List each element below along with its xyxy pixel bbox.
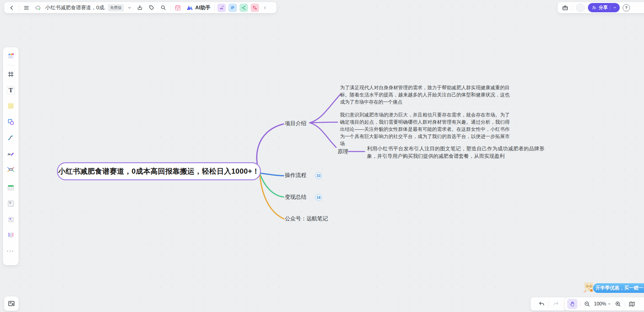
collapse-toolbar-button[interactable] (262, 3, 268, 12)
share-chevron-down-icon (613, 6, 617, 10)
more-tools-button[interactable]: ··· (6, 246, 16, 256)
main-menu-button[interactable] (22, 3, 31, 12)
kanban-tool[interactable] (6, 230, 16, 240)
text-tool[interactable]: T (6, 85, 16, 95)
tag-icon (148, 4, 155, 11)
mindmap-icon (7, 165, 15, 174)
branch-curve-intro-paragraph-2 (310, 122, 338, 123)
redo-button[interactable] (551, 299, 560, 308)
document-tool[interactable]: T (6, 199, 16, 209)
frame-tool[interactable] (6, 69, 16, 79)
user-avatar[interactable] (576, 3, 585, 12)
zoom-toolbar: 100% (565, 297, 644, 311)
mindmap-node-public-account[interactable]: 公众号：远航笔记 (285, 215, 328, 222)
calendar-icon (174, 4, 181, 11)
card-icon (7, 215, 15, 224)
search-icon (160, 4, 166, 11)
card-tool[interactable] (6, 214, 16, 225)
zoom-in-button[interactable] (613, 299, 622, 308)
document-icon: T (7, 199, 15, 208)
top-toolbar: 小红书减肥食谱赛道，0成... 免费版 (4, 2, 276, 13)
mindmap-node-principle[interactable]: 原理 (338, 148, 348, 155)
back-button[interactable] (7, 3, 16, 12)
shapes-icon (7, 118, 15, 126)
sticky-note-tool[interactable] (6, 101, 16, 111)
chevron-down-icon (127, 6, 132, 10)
frame-icon (7, 71, 14, 78)
templates-icon (7, 52, 15, 60)
zoom-chevron-down-icon (607, 302, 611, 306)
zoom-level-dropdown[interactable]: 100% (594, 301, 611, 307)
shapes-tool[interactable] (6, 117, 16, 127)
mindmap-text-intro-paragraph-2[interactable]: 我们意识到减肥市场的潜力巨大，并且相信只要存在需求，就会存在市场。为了确定项目的… (340, 111, 510, 147)
kanban-icon (7, 231, 15, 240)
board-pin-icon (7, 300, 15, 308)
help-button[interactable]: ? (623, 4, 630, 11)
chevron-left-icon (263, 6, 267, 10)
mindmap-branch-curves (0, 0, 644, 312)
calendar-button[interactable] (173, 3, 182, 12)
toolbar-divider (19, 5, 19, 11)
toolbox-button[interactable] (561, 3, 570, 12)
branch-curve-project-intro (257, 124, 284, 173)
share-person-icon (592, 5, 597, 10)
download-icon (137, 4, 143, 11)
ai-logo-icon (186, 4, 193, 11)
mindmap-node-operation-flow[interactable]: 操作流程 (285, 172, 306, 178)
toolbar-divider (573, 5, 573, 11)
plan-badge[interactable]: 免费版 (108, 4, 124, 11)
export-button[interactable] (135, 3, 144, 12)
mindmap-text-principle[interactable]: 利用小红书平台发布引人注目的图文笔记，塑造自己作为成功减肥者的品牌形象，并引导用… (367, 145, 544, 160)
collapsed-count-badge-monetization[interactable]: 18 (315, 194, 322, 201)
ai-assistant-button[interactable]: AI助手 (185, 3, 212, 12)
undo-icon (538, 301, 545, 307)
promo-text: 开学季优惠，买一赠一 (595, 285, 643, 291)
text-tool-icon: T (7, 86, 15, 94)
zoom-level-value: 100% (594, 301, 606, 307)
pen-tool[interactable] (6, 149, 16, 159)
zoom-out-button[interactable] (583, 299, 592, 308)
branch-curve-principle (310, 123, 336, 147)
document-title[interactable]: 小红书减肥食谱赛道，0成... (45, 4, 105, 11)
collapsed-count-badge-operation-flow[interactable]: 33 (315, 172, 322, 179)
frame-navigator-button[interactable] (4, 296, 19, 311)
minimap-button[interactable] (628, 299, 637, 308)
table-tool[interactable] (6, 183, 16, 193)
cloud-sync-status (34, 3, 43, 12)
title-menu-button[interactable] (127, 3, 133, 12)
briefcase-icon (562, 4, 568, 11)
promo-mascot-icon (582, 280, 596, 294)
mindmap-root-node[interactable]: 小红书减肥食谱赛道，0成本高回报靠搬运，轻松日入1000+！ (57, 162, 261, 180)
share-button-divider (610, 5, 610, 10)
mindmap-text-intro-paragraph-1[interactable]: 为了满足现代人对自身身材管理的需求，致力于帮助减肥人群实现健康减重的目标。随着生… (340, 84, 510, 106)
back-chevron-icon (9, 5, 15, 11)
hamburger-menu-icon (23, 5, 29, 11)
undo-button[interactable] (537, 299, 546, 308)
svg-text:T: T (9, 201, 11, 205)
curve-connector-icon (7, 134, 15, 142)
ai-assistant-label: AI助手 (195, 4, 210, 11)
branch-curve-intro-paragraph-1 (310, 94, 340, 123)
minimap-icon (628, 301, 635, 308)
branch-curve-monetization (260, 173, 284, 197)
templates-tool[interactable] (6, 51, 16, 61)
mindmap-branches-icon (241, 5, 246, 10)
image-plugin-button[interactable] (217, 4, 226, 12)
tag-button[interactable] (147, 3, 156, 12)
promo-banner[interactable]: 开学季优惠，买一赠一 (593, 283, 644, 293)
image-icon (219, 5, 224, 10)
toolbar-divider (625, 301, 625, 307)
flowchart-plugin-button[interactable] (251, 4, 259, 12)
search-button[interactable] (159, 3, 168, 12)
hand-tool-button[interactable] (567, 299, 577, 309)
more-dots-icon: ··· (7, 248, 15, 254)
branch-curve-public-account (260, 173, 284, 219)
whiteboard-canvas[interactable]: 小红书减肥食谱赛道，0成本高回报靠搬运，轻松日入1000+！ 项目介绍 操作流程… (0, 0, 644, 312)
mindmap-plugin-button[interactable] (240, 4, 248, 12)
mindmap-node-project-intro[interactable]: 项目介绍 (285, 120, 306, 127)
mindmap-tool[interactable] (6, 164, 16, 175)
presentation-plugin-button[interactable]: P (228, 4, 237, 12)
share-button[interactable]: 分享 (588, 3, 620, 12)
connector-tool[interactable] (6, 133, 16, 143)
mindmap-node-monetization[interactable]: 变现总结 (285, 194, 306, 200)
